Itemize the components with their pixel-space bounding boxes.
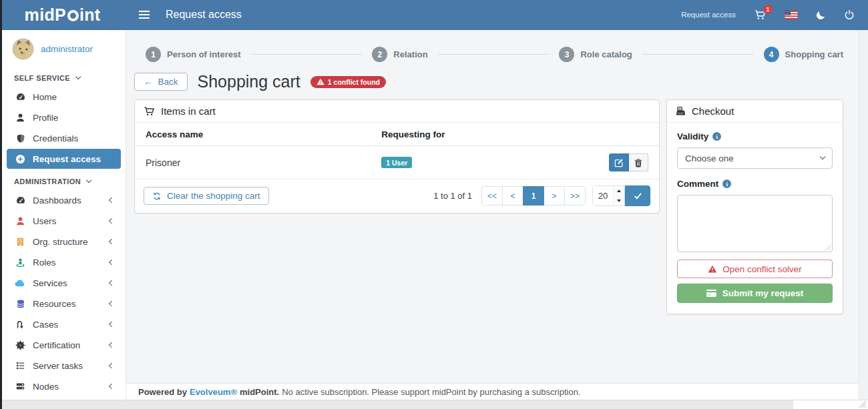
- sidebar-toggle-icon[interactable]: [136, 8, 152, 21]
- first-page-button[interactable]: <<: [481, 186, 503, 206]
- cart-table: Access name Requesting for Prisoner 1 Us…: [135, 123, 659, 179]
- open-conflict-solver-button[interactable]: Open conflict solver: [677, 260, 833, 278]
- database-icon: [16, 299, 25, 309]
- step-connector: [438, 54, 550, 55]
- chevron-left-icon: [109, 301, 115, 307]
- page-header: ← Back Shopping cart 1 conflict found: [134, 72, 843, 91]
- sidebar-item-label: Request access: [33, 154, 101, 164]
- cash-register-icon: [676, 106, 686, 116]
- case-flow-icon: [15, 320, 25, 330]
- spinner-up-button[interactable]: [614, 186, 624, 196]
- edit-item-button[interactable]: [609, 153, 629, 171]
- textarea-resize-grip-icon[interactable]: [825, 244, 831, 250]
- clear-cart-button[interactable]: Clear the shopping cart: [144, 187, 269, 205]
- user-panel: administrator: [2, 29, 126, 66]
- navbar-request-access-link[interactable]: Request access: [681, 11, 736, 19]
- step-label: Relation: [393, 49, 427, 59]
- apply-page-size-button[interactable]: [625, 185, 650, 206]
- page-size-spinner: [613, 186, 624, 206]
- sidebar-section-self-service[interactable]: SELF SERVICE: [2, 66, 126, 86]
- trash-icon: [634, 158, 642, 167]
- cart-icon: [144, 106, 155, 117]
- sidebar-item-cases[interactable]: Cases: [7, 314, 121, 334]
- sidebar-item-org-structure[interactable]: Org. structure: [7, 232, 121, 252]
- clear-cart-label: Clear the shopping cart: [167, 191, 260, 201]
- plus-circle-icon: [15, 154, 25, 164]
- step-connector: [642, 54, 754, 55]
- page-size-box: [592, 185, 625, 206]
- column-header-actions: [570, 123, 659, 146]
- us-flag-icon[interactable]: [785, 11, 798, 19]
- validity-selected-value: Choose one: [685, 153, 734, 163]
- midpoint-logo: midPint: [0, 5, 125, 25]
- sidebar-item-server-tasks[interactable]: Server tasks: [7, 356, 121, 376]
- sidebar-item-home[interactable]: Home: [7, 87, 121, 107]
- open-conflict-solver-label: Open conflict solver: [722, 264, 802, 274]
- content-row: Items in cart Access name Requesting for…: [134, 99, 843, 314]
- sidebar-item-label: Server tasks: [33, 361, 83, 371]
- moon-icon[interactable]: [816, 10, 826, 20]
- sidebar-item-label: Dashboards: [33, 195, 81, 206]
- page-size-input[interactable]: [593, 186, 613, 206]
- sidebar-item-users[interactable]: Users: [7, 211, 121, 231]
- subscription-note: No active subscription. Please support m…: [282, 387, 580, 397]
- items-panel-title: Items in cart: [161, 105, 216, 117]
- server-icon: [15, 382, 25, 391]
- sidebar-item-certification[interactable]: Certification: [7, 335, 121, 355]
- page-footer: Powered by Evolveum® midPoint. No active…: [126, 383, 859, 400]
- sidebar-item-label: Resources: [33, 299, 76, 309]
- avatar[interactable]: [12, 38, 34, 60]
- sidebar-item-services[interactable]: Services: [7, 273, 121, 293]
- evolveum-link[interactable]: Evolveum®: [190, 387, 237, 397]
- resize-grip-icon[interactable]: [858, 400, 866, 408]
- last-page-button[interactable]: >>: [564, 186, 586, 206]
- step-person-of-interest: 1 Person of interest: [146, 47, 241, 62]
- powered-by-text: Powered by: [138, 387, 187, 397]
- pagination-summary: 1 to 1 of 1: [433, 191, 472, 201]
- chevron-left-icon: [109, 260, 115, 266]
- page-size-control: [592, 185, 650, 206]
- sidebar-item-credentials[interactable]: Credentials: [7, 128, 121, 148]
- vertical-scrollbar[interactable]: [859, 29, 868, 400]
- logo-text-prefix: midP: [25, 5, 66, 25]
- sidebar-item-label: Nodes: [33, 382, 59, 392]
- chevron-left-icon: [109, 218, 115, 224]
- username-link[interactable]: administrator: [41, 44, 93, 54]
- prev-page-button[interactable]: <: [502, 186, 523, 206]
- step-number: 3: [559, 47, 574, 62]
- submit-request-button[interactable]: Submit my request: [677, 284, 833, 303]
- step-connector: [251, 54, 363, 55]
- checkout-panel: Checkout Validity i Choose one Comment i: [666, 99, 843, 314]
- navbar-cart-button[interactable]: 1: [754, 9, 767, 21]
- sidebar-item-resources[interactable]: Resources: [7, 294, 121, 314]
- sidebar-item-dashboards[interactable]: Dashboards: [7, 190, 121, 210]
- sidebar-item-roles[interactable]: Roles: [7, 252, 121, 272]
- sidebar-item-profile[interactable]: Profile: [7, 107, 121, 127]
- pagination: 1 to 1 of 1 << < 1 > >>: [433, 185, 650, 206]
- chevron-left-icon: [109, 342, 115, 348]
- warning-triangle-icon: [316, 78, 324, 85]
- power-icon[interactable]: [844, 9, 855, 20]
- spinner-down-button[interactable]: [614, 196, 624, 206]
- delete-item-button[interactable]: [629, 153, 648, 171]
- sidebar-section-administration[interactable]: ADMINISTRATION: [2, 169, 126, 189]
- sidebar-item-request-access[interactable]: Request access: [7, 149, 121, 169]
- comment-textarea[interactable]: [677, 195, 833, 252]
- comment-label-row: Comment i: [677, 179, 833, 189]
- window-bottom-strip: [0, 400, 868, 409]
- step-role-catalog: 3 Role catalog: [559, 47, 632, 62]
- navbar-right-tools: Request access 1: [681, 9, 855, 21]
- main-content: 1 Person of interest 2 Relation 3 Role c…: [126, 29, 859, 400]
- validity-select[interactable]: Choose one: [677, 147, 833, 169]
- back-button[interactable]: ← Back: [134, 73, 188, 91]
- next-page-button[interactable]: >: [544, 186, 565, 206]
- checkout-body: Validity i Choose one Comment i: [667, 123, 843, 314]
- table-row: Prisoner 1 User: [135, 146, 659, 179]
- chevron-left-icon: [109, 239, 115, 245]
- page-1-button[interactable]: 1: [523, 186, 544, 206]
- chevron-left-icon: [109, 280, 115, 286]
- pager-buttons: << < 1 > >>: [481, 186, 586, 206]
- sidebar-item-nodes[interactable]: Nodes: [7, 376, 121, 396]
- info-icon: i: [712, 132, 721, 141]
- wizard-steps: 1 Person of interest 2 Relation 3 Role c…: [126, 29, 859, 62]
